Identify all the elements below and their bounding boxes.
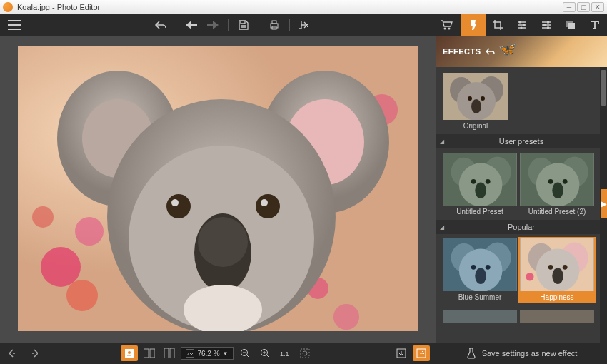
forward-button[interactable] xyxy=(204,16,222,34)
svg-rect-8 xyxy=(547,21,549,24)
effects-undo-button[interactable] xyxy=(486,47,496,56)
svg-point-43 xyxy=(471,99,481,113)
svg-point-50 xyxy=(475,182,486,198)
zoom-in-button[interactable] xyxy=(256,345,274,361)
window-titlebar: Koala.jpg - Photo Editor ─ ▢ ✕ xyxy=(0,0,607,14)
svg-point-30 xyxy=(166,194,191,218)
window-minimize-button[interactable]: ─ xyxy=(563,2,576,12)
svg-rect-86 xyxy=(301,349,309,358)
effects-scroll-area[interactable]: Original ◢ User presets Untitled Preset … xyxy=(436,67,607,343)
tab-text[interactable] xyxy=(583,14,607,36)
window-close-button[interactable]: ✕ xyxy=(591,2,604,12)
svg-point-32 xyxy=(256,194,280,218)
scroll-thumb[interactable] xyxy=(601,70,606,106)
svg-point-63 xyxy=(486,265,491,270)
svg-point-64 xyxy=(475,268,486,283)
undo-button[interactable] xyxy=(151,16,170,34)
zoom-display[interactable]: 76.2 % ▼ xyxy=(181,347,233,360)
right-tab-strip xyxy=(461,14,607,36)
save-button[interactable] xyxy=(234,16,253,34)
section-title: User presets xyxy=(499,137,543,146)
main-area: EFFECTS 🦋 Ori xyxy=(0,36,607,343)
svg-rect-1 xyxy=(272,21,276,24)
svg-point-4 xyxy=(448,28,451,30)
canvas-area[interactable] xyxy=(0,36,436,343)
svg-rect-79 xyxy=(150,349,155,358)
section-popular[interactable]: ◢ Popular xyxy=(436,220,607,234)
share-button[interactable] xyxy=(296,16,314,34)
svg-point-31 xyxy=(171,199,179,206)
print-button[interactable] xyxy=(265,16,284,34)
svg-rect-75 xyxy=(520,310,594,323)
svg-point-73 xyxy=(552,268,563,283)
zoom-100-button[interactable]: 1:1 xyxy=(276,345,294,361)
svg-point-21 xyxy=(333,304,359,330)
prev-image-button[interactable] xyxy=(6,345,23,361)
import-button[interactable] xyxy=(393,345,410,361)
zoom-fit-button[interactable] xyxy=(296,345,313,361)
preset-label: Original xyxy=(463,122,488,130)
effects-panel: EFFECTS 🦋 Ori xyxy=(436,36,607,343)
preset-untitled-1[interactable]: Untitled Preset xyxy=(441,151,518,217)
svg-point-7 xyxy=(521,27,523,29)
svg-point-15 xyxy=(75,217,104,246)
flask-icon xyxy=(466,348,476,359)
svg-rect-74 xyxy=(443,310,517,323)
preset-label: Untitled Preset xyxy=(456,208,503,216)
image-icon xyxy=(186,349,194,358)
section-user-presets[interactable]: ◢ User presets xyxy=(436,134,607,148)
separator xyxy=(259,19,259,31)
export-button[interactable] xyxy=(413,345,430,361)
svg-point-72 xyxy=(563,265,568,270)
svg-text:1:1: 1:1 xyxy=(280,350,289,358)
svg-rect-81 xyxy=(170,348,174,358)
view-single-button[interactable] xyxy=(121,345,138,361)
view-compare-v-button[interactable] xyxy=(161,345,178,361)
zoom-value: 76.2 % xyxy=(197,350,219,358)
svg-point-16 xyxy=(32,206,54,228)
section-title: Popular xyxy=(508,223,535,231)
preset-original[interactable]: Original xyxy=(441,71,510,131)
svg-point-71 xyxy=(548,265,553,270)
back-button[interactable] xyxy=(182,16,201,34)
svg-point-41 xyxy=(468,96,472,101)
svg-point-17 xyxy=(66,280,98,311)
tab-crop[interactable] xyxy=(486,14,510,36)
preset-thumb xyxy=(443,73,508,120)
preset-blue-summer[interactable]: Blue Summer xyxy=(441,237,518,303)
main-image xyxy=(18,46,418,331)
svg-point-48 xyxy=(471,179,476,184)
svg-rect-9 xyxy=(543,24,546,26)
svg-point-62 xyxy=(471,265,476,270)
chevron-down-icon: ▼ xyxy=(223,350,229,357)
preset-untitled-2[interactable]: Untitled Preset (2) xyxy=(518,151,596,217)
cart-button[interactable] xyxy=(437,16,456,34)
tab-overlay[interactable] xyxy=(558,14,583,36)
svg-point-49 xyxy=(486,179,491,184)
preset-label: Untitled Preset (2) xyxy=(528,208,586,216)
svg-point-33 xyxy=(261,199,268,206)
tab-settings[interactable] xyxy=(534,14,558,36)
tab-effects[interactable] xyxy=(461,14,486,36)
save-effect-label: Save settings as new effect xyxy=(482,349,578,358)
svg-point-56 xyxy=(563,179,568,184)
window-title: Koala.jpg - Photo Editor xyxy=(17,3,100,11)
svg-point-77 xyxy=(128,351,131,354)
svg-rect-78 xyxy=(144,349,149,358)
separator xyxy=(176,19,176,31)
menu-button[interactable] xyxy=(0,14,29,36)
panel-expand-button[interactable]: ▶ xyxy=(601,189,607,218)
separator xyxy=(228,19,229,31)
window-maximize-button[interactable]: ▢ xyxy=(577,2,590,12)
preset-happiness[interactable]: Happiness xyxy=(518,237,596,303)
tab-adjust[interactable] xyxy=(510,14,534,36)
preset-item[interactable] xyxy=(518,308,596,324)
svg-point-66 xyxy=(526,273,533,280)
preset-item[interactable] xyxy=(441,308,518,324)
view-compare-h-button[interactable] xyxy=(141,345,158,361)
zoom-out-button[interactable] xyxy=(236,345,254,361)
svg-point-6 xyxy=(523,24,526,26)
next-image-button[interactable] xyxy=(24,345,41,361)
save-effect-button[interactable]: Save settings as new effect xyxy=(436,343,607,364)
separator xyxy=(289,19,290,31)
